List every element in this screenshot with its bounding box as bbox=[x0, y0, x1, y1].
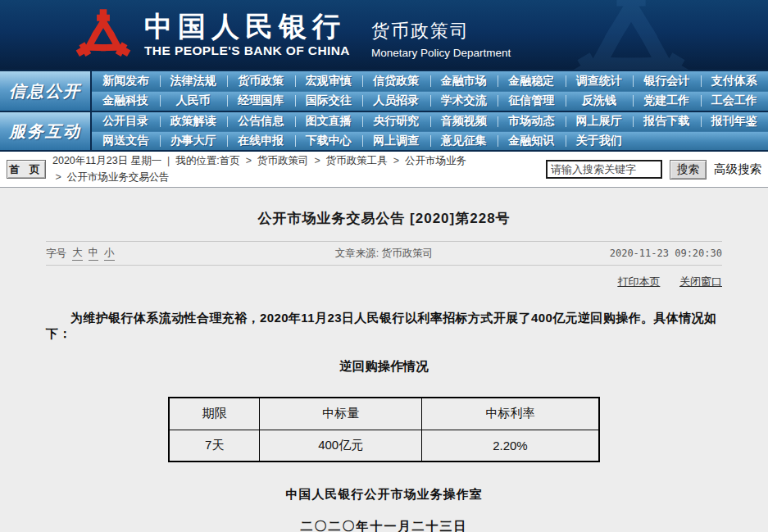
table-header-row: 期限中标量中标利率 bbox=[169, 398, 599, 430]
article-source: 文章来源: 货币政策司 bbox=[257, 247, 511, 261]
nav-item[interactable]: 下载中心 bbox=[295, 132, 363, 151]
nav-item[interactable]: 人员招录 bbox=[362, 92, 430, 111]
table-row: 7天400亿元2.20% bbox=[169, 430, 599, 462]
article-area: 公开市场业务交易公告 [2020]第228号 字号 大中小 文章来源: 货币政策… bbox=[0, 188, 768, 530]
font-size-option[interactable]: 小 bbox=[104, 246, 115, 261]
nav-item[interactable]: 宏观审慎 bbox=[295, 71, 363, 91]
table-cell: 400亿元 bbox=[260, 430, 421, 462]
nav-group: 信息公开新闻发布法律法规货币政策宏观审慎信贷政策金融市场金融稳定调查统计银行会计… bbox=[0, 71, 768, 111]
breadcrumb-item[interactable]: 公开市场业务交易公告 bbox=[67, 171, 170, 183]
pboc-logo-icon bbox=[74, 4, 133, 66]
breadcrumb-item[interactable]: 货币政策司 bbox=[257, 155, 309, 166]
nav-group-label[interactable]: 信息公开 bbox=[0, 71, 92, 111]
breadcrumb-location-label: 我的位置:首页 bbox=[175, 155, 239, 166]
nav-item[interactable]: 货币政策 bbox=[227, 71, 295, 91]
nav-item[interactable]: 学术交流 bbox=[430, 92, 498, 111]
nav-item[interactable]: 网上调查 bbox=[362, 132, 430, 151]
search-button[interactable]: 搜索 bbox=[670, 160, 707, 180]
nav-item[interactable]: 工会工作 bbox=[701, 92, 768, 111]
nav-item[interactable]: 银行会计 bbox=[633, 71, 701, 91]
nav-item[interactable]: 意见征集 bbox=[430, 132, 498, 151]
font-size-options: 大中小 bbox=[72, 246, 115, 261]
nav-item[interactable]: 公开目录 bbox=[92, 112, 160, 131]
nav-item[interactable]: 办事大厅 bbox=[160, 132, 228, 151]
nav-item[interactable]: 反洗钱 bbox=[566, 92, 634, 111]
nav-item[interactable]: 人民币 bbox=[160, 92, 228, 111]
nav-item[interactable]: 图文直播 bbox=[295, 112, 363, 131]
nav-item[interactable]: 信贷政策 bbox=[362, 71, 430, 91]
nav-item[interactable]: 政策解读 bbox=[160, 112, 228, 131]
breadcrumb-separator: > bbox=[388, 155, 405, 166]
emblem-watermark-icon bbox=[566, 0, 697, 70]
article-timestamp: 2020-11-23 09:20:30 bbox=[511, 248, 722, 259]
bank-name-en: THE PEOPLE'S BANK OF CHINA bbox=[144, 43, 350, 58]
nav-item[interactable]: 关于我们 bbox=[566, 132, 634, 151]
search-input[interactable] bbox=[546, 160, 662, 179]
breadcrumb-item[interactable]: 货币政策工具 bbox=[326, 155, 388, 166]
nav-group: 服务互动公开目录政策解读公告信息图文直播央行研究音频视频市场动态网上展厅报告下载… bbox=[0, 111, 768, 150]
nav-rows: 新闻发布法律法规货币政策宏观审慎信贷政策金融市场金融稳定调查统计银行会计支付体系… bbox=[92, 71, 768, 111]
department-name-en: Monetary Policy Department bbox=[371, 47, 511, 59]
nav-item[interactable]: 报告下载 bbox=[633, 112, 701, 131]
operation-table: 期限中标量中标利率 7天400亿元2.20% bbox=[168, 397, 600, 462]
nav-item[interactable]: 国际交往 bbox=[295, 92, 363, 111]
home-button[interactable]: 首 页 bbox=[7, 160, 46, 179]
nav-row: 金融科技人民币经理国库国际交往人员招录学术交流征信管理反洗钱党建工作工会工作 bbox=[92, 91, 768, 111]
table-body: 7天400亿元2.20% bbox=[169, 430, 599, 462]
breadcrumb-bar: 首 页 2020年11月23日 星期一 | 我的位置:首页 > 货币政策司 > … bbox=[0, 152, 768, 188]
table-header-cell: 中标量 bbox=[260, 398, 421, 430]
nav-item[interactable]: 网上展厅 bbox=[566, 112, 634, 131]
nav-item[interactable]: 网送文告 bbox=[92, 132, 160, 151]
table-cell: 7天 bbox=[169, 430, 260, 462]
nav-item[interactable]: 党建工作 bbox=[633, 92, 701, 111]
breadcrumb-date: 2020年11月23日 星期一 bbox=[52, 155, 167, 166]
breadcrumb-divider: | bbox=[167, 155, 175, 166]
department-block: 货币政策司 Monetary Policy Department bbox=[371, 11, 511, 59]
nav-item[interactable]: 金融知识 bbox=[498, 132, 566, 151]
font-size-widget: 字号 大中小 bbox=[46, 246, 257, 261]
signature-org: 中国人民银行公开市场业务操作室 bbox=[0, 487, 768, 502]
department-name-cn: 货币政策司 bbox=[371, 19, 511, 43]
nav-item[interactable]: 法律法规 bbox=[160, 71, 228, 91]
bank-name-cn: 中国人民银行 bbox=[144, 11, 350, 42]
nav-item[interactable]: 调查统计 bbox=[566, 71, 634, 91]
nav-rows: 公开目录政策解读公告信息图文直播央行研究音频视频市场动态网上展厅报告下载报刊年鉴… bbox=[92, 112, 768, 150]
nav-item[interactable]: 支付体系 bbox=[701, 71, 768, 91]
source-label: 文章来源: bbox=[335, 248, 379, 259]
nav-item[interactable]: 公告信息 bbox=[227, 112, 295, 131]
signature-date: 二〇二〇年十一月二十三日 bbox=[0, 519, 768, 532]
nav-item[interactable]: 在线申报 bbox=[227, 132, 295, 151]
nav-row: 新闻发布法律法规货币政策宏观审慎信贷政策金融市场金融稳定调查统计银行会计支付体系 bbox=[92, 71, 768, 91]
nav-item[interactable]: 央行研究 bbox=[362, 112, 430, 131]
font-size-label: 字号 bbox=[46, 247, 66, 261]
print-page-link[interactable]: 打印本页 bbox=[617, 275, 660, 288]
font-size-option[interactable]: 大 bbox=[72, 246, 83, 261]
table-header-cell: 中标利率 bbox=[421, 398, 599, 430]
advanced-search-link[interactable]: 高级搜索 bbox=[714, 161, 761, 177]
article-paragraph: 为维护银行体系流动性合理充裕，2020年11月23日人民银行以利率招标方式开展了… bbox=[46, 311, 722, 342]
section-title: 逆回购操作情况 bbox=[0, 358, 768, 375]
close-window-link[interactable]: 关闭窗口 bbox=[679, 275, 722, 288]
breadcrumb-separator: > bbox=[240, 155, 257, 166]
table-header-cell: 期限 bbox=[169, 398, 260, 430]
nav-group-label[interactable]: 服务互动 bbox=[0, 112, 92, 150]
nav-item[interactable]: 金融市场 bbox=[430, 71, 498, 91]
nav-item[interactable]: 金融科技 bbox=[92, 92, 160, 111]
breadcrumb-item[interactable]: 公开市场业务 bbox=[405, 155, 466, 166]
table-cell: 2.20% bbox=[421, 430, 599, 462]
main-nav: 信息公开新闻发布法律法规货币政策宏观审慎信贷政策金融市场金融稳定调查统计银行会计… bbox=[0, 70, 768, 152]
nav-item[interactable]: 报刊年鉴 bbox=[701, 112, 768, 131]
nav-item[interactable]: 征信管理 bbox=[498, 92, 566, 111]
nav-item[interactable]: 市场动态 bbox=[498, 112, 566, 131]
nav-item[interactable]: 金融稳定 bbox=[498, 71, 566, 91]
breadcrumb-separator: > bbox=[309, 155, 326, 166]
breadcrumb-separator: > bbox=[52, 171, 67, 183]
nav-item[interactable]: 新闻发布 bbox=[92, 71, 160, 91]
source-value: 货币政策司 bbox=[382, 248, 434, 259]
search-zone: 搜索 高级搜索 bbox=[546, 160, 761, 180]
article-meta-row: 字号 大中小 文章来源: 货币政策司 2020-11-23 09:20:30 bbox=[46, 241, 722, 266]
font-size-option[interactable]: 中 bbox=[89, 246, 99, 261]
nav-item[interactable]: 经理国库 bbox=[227, 92, 295, 111]
breadcrumb-trail: 2020年11月23日 星期一 | 我的位置:首页 > 货币政策司 > 货币政策… bbox=[52, 153, 466, 185]
nav-item[interactable]: 音频视频 bbox=[430, 112, 498, 131]
